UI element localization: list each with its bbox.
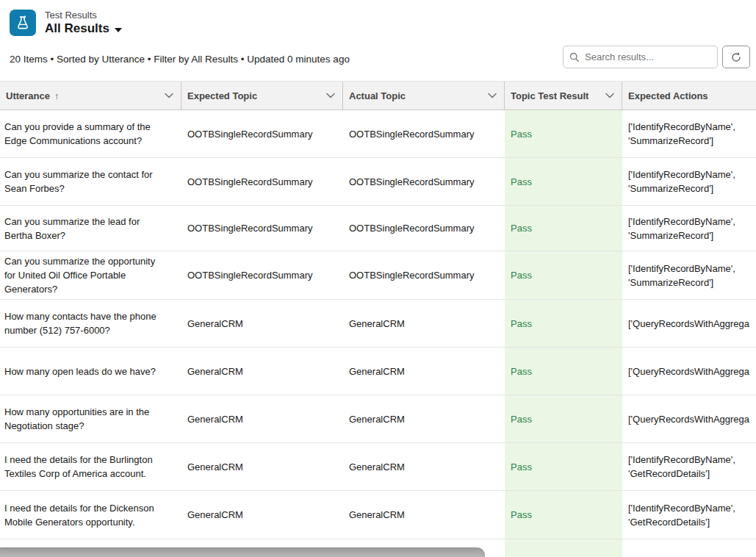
actual-topic-cell: OOTBSingleRecordSummary	[343, 206, 505, 251]
expected-topic-cell: GeneralCRM	[181, 300, 343, 347]
expected-actions-cell: ['IdentifyRecordByName',	[622, 539, 756, 557]
table-row: I need the details for the Dickenson Mob…	[0, 491, 756, 539]
expected-actions-cell: ['IdentifyRecordByName', 'SummarizeRecor…	[622, 206, 756, 251]
column-label: Actual Topic	[349, 90, 406, 101]
utterance-cell: Can you summarize the contact for Sean F…	[0, 158, 181, 205]
view-name: All Results	[45, 21, 109, 36]
expected-topic-cell: GeneralCRM	[181, 491, 343, 539]
grid-body: Can you provide a summary of the Edge Co…	[0, 110, 756, 557]
actual-topic-cell: GeneralCRM	[343, 491, 505, 539]
expected-topic-cell: OOTBSingleRecordSummary	[181, 110, 343, 157]
entity-label: Test Results	[45, 10, 122, 21]
topic-test-result-cell: Pass	[505, 491, 622, 539]
expected-actions-cell: ['IdentifyRecordByName', 'SummarizeRecor…	[622, 110, 756, 157]
search-icon	[569, 52, 580, 62]
utterance-cell: Can you summarize the opportunity for Un…	[0, 251, 181, 299]
table-row: Can you summarize the opportunity for Un…	[0, 251, 756, 300]
chevron-down-icon[interactable]	[488, 93, 497, 98]
table-row: I need the details for the Burlington Te…	[0, 443, 756, 491]
table-row: How many contacts have the phone number …	[0, 300, 756, 348]
topic-test-result-cell: Pass	[505, 158, 622, 205]
table-row: Can you provide a summary of the Edge Co…	[0, 110, 756, 158]
table-row: Can you summarize the lead for Bertha Bo…	[0, 206, 756, 251]
expected-topic-cell: GeneralCRM	[181, 443, 343, 490]
utterance-cell: How many opportunities are in the Negoti…	[0, 395, 181, 442]
table-row: Can you summarize the contact for Sean F…	[0, 158, 756, 206]
search-box[interactable]	[563, 46, 718, 68]
chevron-down-icon[interactable]	[165, 93, 173, 98]
utterance-cell: Can you summarize the lead for Bertha Bo…	[0, 206, 181, 251]
expected-actions-cell: ['IdentifyRecordByName', 'SummarizeRecor…	[622, 251, 756, 299]
search-input[interactable]	[585, 51, 714, 62]
actual-topic-cell: GeneralCRM	[343, 395, 505, 442]
sort-ascending-icon: ↑	[54, 90, 60, 101]
column-label: Expected Topic	[187, 90, 257, 101]
utterance-cell: Can you provide a summary of the Edge Co…	[0, 110, 181, 157]
expected-actions-cell: ['QueryRecordsWithAggrega	[622, 348, 756, 395]
expected-topic-cell: GeneralCRM	[181, 395, 343, 442]
column-label: Expected Actions	[628, 90, 708, 101]
expected-actions-cell: ['IdentifyRecordByName', 'GetRecordDetai…	[622, 491, 756, 539]
topic-test-result-cell: Pass	[505, 443, 622, 490]
column-header-utterance[interactable]: Utterance ↑	[0, 82, 181, 109]
chevron-down-icon[interactable]	[326, 93, 335, 98]
topic-test-result-cell: Pass	[505, 251, 622, 299]
actual-topic-cell: GeneralCRM	[343, 300, 505, 347]
list-view-selector[interactable]: All Results	[45, 21, 122, 36]
column-label: Topic Test Result	[511, 90, 588, 101]
utterance-cell: How many open leads do we have?	[0, 348, 181, 395]
topic-test-result-cell	[505, 539, 622, 557]
topic-test-result-cell: Pass	[505, 300, 622, 347]
page-header: Test Results All Results	[0, 0, 756, 46]
expected-topic-cell: OOTBSingleRecordSummary	[181, 206, 343, 251]
list-summary: 20 Items • Sorted by Utterance • Filter …	[10, 54, 350, 65]
results-grid: Utterance ↑ Expected Topic Actual Topic	[0, 81, 756, 557]
actual-topic-cell: OOTBSingleRecordSummary	[343, 251, 505, 299]
actual-topic-cell: GeneralCRM	[343, 348, 505, 395]
chevron-down-icon[interactable]	[605, 93, 614, 98]
expected-actions-cell: ['IdentifyRecordByName', 'GetRecordDetai…	[622, 443, 756, 490]
topic-test-result-cell: Pass	[505, 110, 622, 157]
refresh-icon	[730, 51, 742, 63]
topic-test-result-cell: Pass	[505, 206, 622, 251]
utterance-cell: I need the details for the Burlington Te…	[0, 443, 181, 490]
test-results-page: Test Results All Results 20 Items • Sort…	[0, 0, 756, 557]
header-titles: Test Results All Results	[45, 10, 122, 36]
column-header-expected-actions[interactable]: Expected Actions	[622, 82, 756, 109]
utterance-cell: How many contacts have the phone number …	[0, 300, 181, 347]
table-row: How many opportunities are in the Negoti…	[0, 395, 756, 443]
column-label: Utterance	[6, 90, 50, 101]
list-toolbar: 20 Items • Sorted by Utterance • Filter …	[0, 46, 756, 81]
utterance-cell: I need the details for the Dickenson Mob…	[0, 491, 181, 539]
topic-test-result-cell: Pass	[505, 348, 622, 395]
column-header-actual-topic[interactable]: Actual Topic	[343, 82, 505, 109]
expected-actions-cell: ['IdentifyRecordByName', 'SummarizeRecor…	[622, 158, 756, 205]
expected-topic-cell: GeneralCRM	[181, 348, 343, 395]
column-header-topic-test-result[interactable]: Topic Test Result	[505, 82, 622, 109]
expected-topic-cell: OOTBSingleRecordSummary	[181, 251, 343, 299]
expected-actions-cell: ['QueryRecordsWithAggrega	[622, 300, 756, 347]
expected-actions-cell: ['QueryRecordsWithAggrega	[622, 395, 756, 442]
caret-down-icon	[115, 28, 122, 32]
topic-test-result-cell: Pass	[505, 395, 622, 442]
table-row: How many open leads do we have? GeneralC…	[0, 348, 756, 395]
horizontal-scrollbar-thumb[interactable]	[0, 547, 485, 557]
expected-topic-cell: OOTBSingleRecordSummary	[181, 158, 343, 205]
refresh-button[interactable]	[722, 46, 750, 68]
column-header-expected-topic[interactable]: Expected Topic	[181, 82, 343, 109]
flask-icon	[10, 10, 36, 36]
actual-topic-cell: OOTBSingleRecordSummary	[343, 110, 505, 157]
grid-header-row: Utterance ↑ Expected Topic Actual Topic	[0, 81, 756, 110]
actual-topic-cell: GeneralCRM	[343, 443, 505, 490]
actual-topic-cell: OOTBSingleRecordSummary	[343, 158, 505, 205]
